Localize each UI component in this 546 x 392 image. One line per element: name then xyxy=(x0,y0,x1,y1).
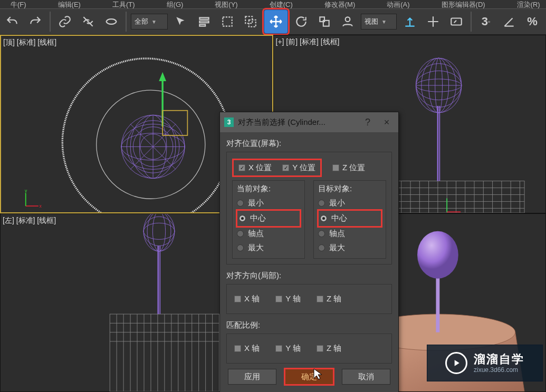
app-icon: 3 xyxy=(224,117,234,127)
dialog-title: 对齐当前选择 (Cylinder... xyxy=(238,117,325,128)
separator xyxy=(471,12,472,32)
menu-animation[interactable]: 动画(A) xyxy=(387,0,409,9)
target-pivot-radio[interactable]: 轴点 xyxy=(318,227,381,241)
reference-coord-label: 视图 xyxy=(365,17,378,26)
match-scale-group: X 轴 Y 轴 Z 轴 xyxy=(226,334,392,364)
close-icon[interactable]: × xyxy=(379,117,394,128)
menu-edit[interactable]: 编辑(E) xyxy=(58,0,81,9)
menu-file[interactable]: 牛(F) xyxy=(11,0,26,9)
target-center-radio[interactable]: 中心 xyxy=(318,210,381,227)
match-scale-label: 匹配比例: xyxy=(226,320,392,330)
select-and-place-icon[interactable] xyxy=(338,12,358,32)
z-position-checkbox[interactable]: Z 位置 xyxy=(332,163,365,173)
watermark: 溜溜自学 zixue.3d66.com xyxy=(427,345,543,381)
cancel-button[interactable]: 取消 xyxy=(342,369,390,385)
menu-tools[interactable]: 工具(T) xyxy=(112,0,135,9)
svg-point-10 xyxy=(62,58,230,212)
x-position-checkbox[interactable]: X 位置 xyxy=(238,163,272,173)
scale-y-checkbox[interactable]: Y 轴 xyxy=(275,344,301,354)
menu-modifiers[interactable]: 修改器(M) xyxy=(324,0,356,9)
reference-coord-dropdown[interactable]: 视图 ▼ xyxy=(361,14,397,30)
align-position-label: 对齐位置(屏幕): xyxy=(226,139,392,149)
separator xyxy=(126,12,127,32)
current-max-radio[interactable]: 最大 xyxy=(237,241,300,255)
snap-3d-icon[interactable]: 3▫ xyxy=(476,12,496,32)
menu-bar: 牛(F) 编辑(E) 工具(T) 组(G) 视图(Y) 创建(C) 修改器(M)… xyxy=(0,0,546,8)
svg-rect-5 xyxy=(249,20,256,27)
percent-snap-icon[interactable]: % xyxy=(522,12,542,32)
menu-views[interactable]: 视图(Y) xyxy=(215,0,237,9)
current-min-radio[interactable]: 最小 xyxy=(237,196,300,210)
svg-marker-25 xyxy=(159,72,166,81)
window-crossing-icon[interactable] xyxy=(241,12,261,32)
bind-icon[interactable] xyxy=(101,12,121,32)
menu-graph-editors[interactable]: 图形编辑器(D) xyxy=(442,0,485,9)
link-icon[interactable] xyxy=(55,12,75,32)
manipulate-icon[interactable] xyxy=(423,12,443,32)
caret-down-icon: ▼ xyxy=(381,19,387,25)
orient-z-checkbox[interactable]: Z 轴 xyxy=(317,294,341,304)
menu-create[interactable]: 创建(C) xyxy=(270,0,293,9)
current-center-radio[interactable]: 中心 xyxy=(237,210,300,227)
svg-rect-9 xyxy=(451,18,462,25)
main-toolbar: 全部 ▼ 视图 ▼ 3▫ % xyxy=(0,8,546,35)
keyboard-shortcut-icon[interactable] xyxy=(446,12,466,32)
scale-z-checkbox[interactable]: Z 轴 xyxy=(317,344,341,354)
play-icon xyxy=(445,352,467,374)
current-object-group: 当前对象: 最小 中心 轴点 最大 xyxy=(232,180,305,259)
dialog-titlebar[interactable]: 3 对齐当前选择 (Cylinder... ? × xyxy=(220,112,398,132)
watermark-url: zixue.3d66.com xyxy=(474,366,524,374)
target-max-radio[interactable]: 最大 xyxy=(318,241,381,255)
svg-text:x: x xyxy=(40,203,42,209)
svg-rect-0 xyxy=(199,17,208,19)
viewport-label: [+] [前] [标准] [线框] xyxy=(276,37,340,47)
menu-group[interactable]: 组(G) xyxy=(167,0,184,9)
unlink-icon[interactable] xyxy=(78,12,98,32)
align-position-group: X 位置 Y 位置 Z 位置 当前对象: 最小 中心 轴点 xyxy=(226,152,392,264)
help-icon[interactable]: ? xyxy=(360,117,375,128)
orient-x-checkbox[interactable]: X 轴 xyxy=(234,294,260,304)
svg-rect-1 xyxy=(199,21,208,23)
scale-x-checkbox[interactable]: X 轴 xyxy=(234,344,260,354)
apply-button[interactable]: 应用 xyxy=(228,369,276,385)
angle-snap-icon[interactable] xyxy=(499,12,519,32)
checkbox-icon xyxy=(332,164,339,171)
caret-down-icon: ▼ xyxy=(151,19,157,25)
select-and-scale-icon[interactable] xyxy=(314,12,334,32)
svg-point-88 xyxy=(143,217,175,246)
align-orientation-label: 对齐方向(局部): xyxy=(226,271,392,281)
svg-rect-2 xyxy=(199,24,205,26)
ok-button[interactable]: 确定 xyxy=(285,369,333,385)
y-position-checkbox[interactable]: Y 位置 xyxy=(282,163,315,173)
select-object-icon[interactable] xyxy=(171,12,191,32)
viewport-label: [左] [标准] [线框] xyxy=(3,216,56,226)
selection-filter-dropdown[interactable]: 全部 ▼ xyxy=(131,14,168,30)
watermark-title: 溜溜自学 xyxy=(474,352,524,366)
select-and-move-icon[interactable] xyxy=(264,9,288,34)
svg-point-92 xyxy=(417,231,458,279)
current-pivot-radio[interactable]: 轴点 xyxy=(237,227,300,241)
use-pivot-icon[interactable] xyxy=(400,12,420,32)
redo-icon[interactable] xyxy=(25,12,45,32)
selection-filter-label: 全部 xyxy=(135,17,148,26)
checkbox-icon xyxy=(282,164,289,171)
separator xyxy=(50,12,51,32)
viewport-label: [顶] [标准] [线框] xyxy=(3,38,56,47)
target-min-radio[interactable]: 最小 xyxy=(318,196,381,210)
svg-point-8 xyxy=(346,17,350,22)
select-region-rect-icon[interactable] xyxy=(217,12,237,32)
svg-rect-3 xyxy=(223,17,232,26)
orient-y-checkbox[interactable]: Y 轴 xyxy=(275,294,301,304)
target-object-label: 目标对象: xyxy=(318,184,381,194)
current-object-label: 当前对象: xyxy=(237,184,300,194)
align-orientation-group: X 轴 Y 轴 Z 轴 xyxy=(226,284,392,314)
dialog-body: 对齐位置(屏幕): X 位置 Y 位置 Z 位置 xyxy=(220,132,398,392)
undo-icon[interactable] xyxy=(2,12,22,32)
svg-point-89 xyxy=(143,223,175,239)
align-dialog: 3 对齐当前选择 (Cylinder... ? × 对齐位置(屏幕): X 位置… xyxy=(219,112,399,392)
select-by-name-icon[interactable] xyxy=(194,12,214,32)
svg-text:y: y xyxy=(25,188,27,193)
target-object-group: 目标对象: 最小 中心 轴点 最大 xyxy=(313,180,386,259)
menu-rendering[interactable]: 渲染(R) xyxy=(517,0,540,9)
select-and-rotate-icon[interactable] xyxy=(291,12,311,32)
